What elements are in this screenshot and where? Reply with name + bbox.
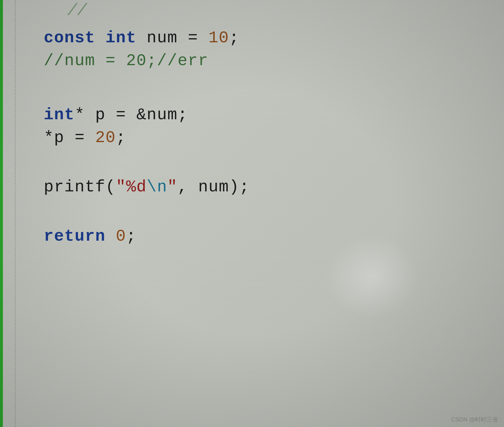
semicolon: ; [229,26,239,49]
keyword-int: int [44,103,75,126]
comment-line: //num = 20;//err [44,49,208,72]
code-line-6[interactable]: return 0; [44,225,504,248]
semicolon: ; [116,126,126,149]
string-literal: "%d [116,175,147,198]
blank-line [44,149,504,175]
blank-line [44,72,504,103]
screen-reflection [324,235,420,319]
blank-line [44,198,504,225]
pointer-decl: * p = &num; [75,103,188,126]
call-args: , num); [178,175,250,198]
number-literal: 10 [208,26,229,49]
code-line-5[interactable]: printf("%d\n", num); [44,175,504,198]
code-editor: const int num = 10; //num = 20;//err int… [0,0,504,427]
code-line-3[interactable]: int* p = &num; [44,103,504,126]
code-line-4[interactable]: *p = 20; [44,126,504,149]
string-literal: " [167,175,178,198]
space [106,225,116,248]
number-literal: 20 [95,126,116,149]
deref-assign: *p = [44,126,95,149]
variable-decl: num = [147,26,208,49]
space [95,26,106,49]
csdn-watermark: CSDN @时时三省 [451,416,498,423]
escape-sequence: \n [147,175,167,198]
semicolon: ; [126,225,136,248]
keyword-int: int [106,26,136,49]
number-literal: 0 [116,225,126,248]
keyword-const: const [44,26,95,49]
partial-comment-top: // [67,1,87,20]
printf-call: printf( [44,175,116,198]
code-line-2[interactable]: //num = 20;//err [44,49,504,72]
blank-line [44,12,504,26]
blank-line [44,248,504,269]
fold-margin [15,0,44,427]
code-line-partial [44,2,504,12]
code-line-1[interactable]: const int num = 10; [44,26,504,49]
change-indicator-bar [0,0,3,427]
keyword-return: return [44,225,106,248]
space [136,26,147,49]
code-content: const int num = 10; //num = 20;//err int… [44,0,504,427]
